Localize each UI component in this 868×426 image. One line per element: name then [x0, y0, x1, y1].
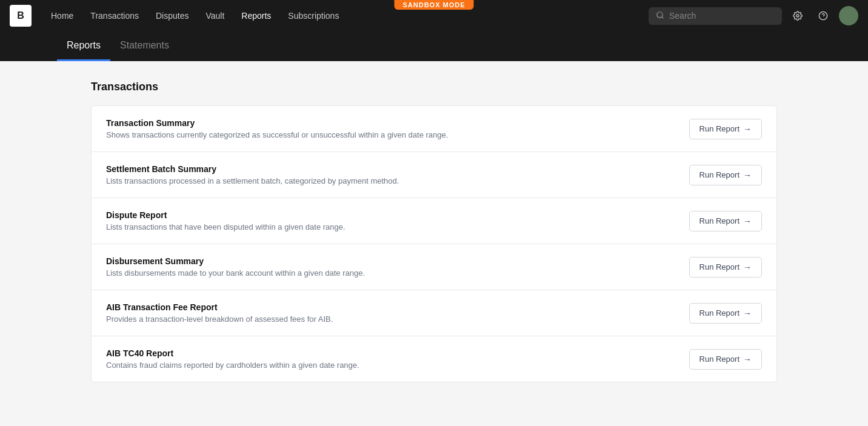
settings-button[interactable]: [788, 6, 807, 25]
subnav-reports[interactable]: Reports: [57, 32, 110, 61]
report-name: AIB Transaction Fee Report: [106, 302, 689, 312]
subnav-statements[interactable]: Statements: [110, 32, 179, 61]
report-row: Settlement Batch Summary Lists transacti…: [92, 152, 776, 198]
nav-vault[interactable]: Vault: [198, 7, 232, 24]
section-title: Transactions: [91, 81, 777, 93]
report-description: Lists transactions processed in a settle…: [106, 176, 689, 185]
report-row: Disbursement Summary Lists disbursements…: [92, 244, 776, 290]
avatar[interactable]: [839, 6, 858, 25]
report-row: Dispute Report Lists transactions that h…: [92, 198, 776, 244]
search-box[interactable]: [649, 7, 782, 25]
run-report-button-0[interactable]: Run Report →: [689, 119, 762, 139]
nav-home[interactable]: Home: [44, 7, 81, 24]
report-name: Transaction Summary: [106, 118, 689, 128]
nav-links: Home Transactions Disputes Vault Reports…: [44, 7, 649, 24]
nav-reports[interactable]: Reports: [234, 7, 278, 24]
report-info: AIB Transaction Fee Report Provides a tr…: [106, 302, 689, 324]
nav-subscriptions[interactable]: Subscriptions: [281, 7, 346, 24]
nav-right: [649, 6, 858, 25]
report-row: AIB Transaction Fee Report Provides a tr…: [92, 290, 776, 336]
report-info: Disbursement Summary Lists disbursements…: [106, 256, 689, 278]
reports-list: Transaction Summary Shows transactions c…: [91, 105, 777, 382]
search-input[interactable]: [669, 11, 775, 21]
arrow-icon: →: [743, 124, 752, 134]
report-info: Dispute Report Lists transactions that h…: [106, 210, 689, 231]
report-info: Transaction Summary Shows transactions c…: [106, 118, 689, 139]
run-report-button-3[interactable]: Run Report →: [689, 257, 762, 278]
main-content: Transactions Transaction Summary Shows t…: [34, 61, 834, 402]
nav-transactions[interactable]: Transactions: [83, 7, 146, 24]
report-name: Dispute Report: [106, 210, 689, 220]
help-button[interactable]: [813, 6, 833, 25]
search-icon: [656, 11, 664, 21]
run-report-button-1[interactable]: Run Report →: [689, 165, 762, 185]
run-report-button-5[interactable]: Run Report →: [689, 349, 762, 370]
report-description: Contains fraud claims reported by cardho…: [106, 361, 689, 370]
report-info: AIB TC40 Report Contains fraud claims re…: [106, 348, 689, 370]
report-info: Settlement Batch Summary Lists transacti…: [106, 164, 689, 185]
arrow-icon: →: [743, 216, 752, 226]
svg-point-0: [657, 12, 663, 17]
arrow-icon: →: [743, 308, 752, 318]
nav-disputes[interactable]: Disputes: [149, 7, 196, 24]
arrow-icon: →: [743, 354, 752, 364]
report-name: Disbursement Summary: [106, 256, 689, 266]
svg-point-2: [796, 15, 799, 17]
report-row: AIB TC40 Report Contains fraud claims re…: [92, 336, 776, 382]
run-report-button-2[interactable]: Run Report →: [689, 211, 762, 231]
report-description: Lists transactions that have been disput…: [106, 222, 689, 231]
brand-logo[interactable]: B: [10, 5, 32, 27]
report-description: Provides a transaction-level breakdown o…: [106, 315, 689, 324]
report-name: Settlement Batch Summary: [106, 164, 689, 174]
svg-line-1: [662, 16, 664, 18]
report-row: Transaction Summary Shows transactions c…: [92, 106, 776, 152]
arrow-icon: →: [743, 262, 752, 272]
report-description: Shows transactions currently categorized…: [106, 130, 689, 139]
sandbox-banner: SANDBOX MODE: [394, 0, 473, 10]
report-description: Lists disbursements made to your bank ac…: [106, 268, 689, 278]
report-name: AIB TC40 Report: [106, 348, 689, 358]
run-report-button-4[interactable]: Run Report →: [689, 303, 762, 324]
subnav: Reports Statements: [0, 32, 868, 61]
arrow-icon: →: [743, 170, 752, 180]
